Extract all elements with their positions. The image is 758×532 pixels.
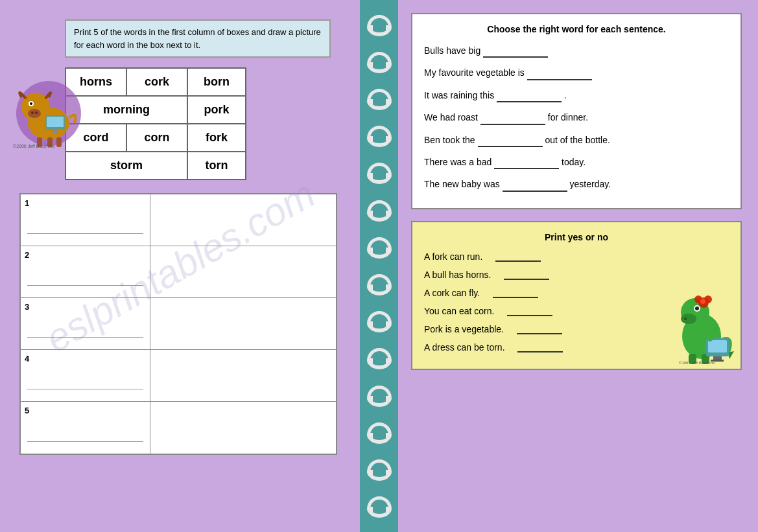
sentence-4: We had roast for dinner. xyxy=(424,109,729,124)
svg-rect-10 xyxy=(53,130,58,133)
writing-row-4: 4 xyxy=(21,350,336,402)
draw-cell-2 xyxy=(150,246,336,297)
row-number-2: 2 xyxy=(25,250,29,260)
writing-row-1: 1 xyxy=(21,194,336,246)
word-row-3: cord corn fork xyxy=(65,124,246,152)
instructions-text: Print 5 of the words in the first column… xyxy=(74,27,321,50)
instructions-box: Print 5 of the words in the first column… xyxy=(65,19,331,58)
right-page: Choose the right word for each sentence.… xyxy=(398,0,758,532)
word-cell-torn: torn xyxy=(187,152,246,179)
ring-11 xyxy=(367,386,392,406)
writing-line-3 xyxy=(27,337,143,338)
row-number-3: 3 xyxy=(25,302,29,312)
blank-4 xyxy=(480,109,545,124)
ring-14 xyxy=(367,496,392,517)
writing-line-1 xyxy=(27,233,143,234)
blank-7 xyxy=(503,176,567,191)
ring-1 xyxy=(367,15,392,36)
yesno-section: Print yes or no A fork can run. A bull h… xyxy=(411,221,742,370)
left-page: eslprintables.com xyxy=(0,0,360,532)
writing-line-2 xyxy=(27,285,143,286)
draw-cell-5 xyxy=(150,402,336,454)
ring-6 xyxy=(367,200,392,221)
yesno-title: Print yes or no xyxy=(424,232,729,242)
row-number-5: 5 xyxy=(25,406,29,415)
yesno-line-1: A fork can run. xyxy=(424,250,729,262)
choose-title: Choose the right word for each sentence. xyxy=(424,24,729,34)
dragon-illustration: ©1997 Jeff Bucchino xyxy=(659,281,737,365)
ring-13 xyxy=(367,459,392,480)
ring-12 xyxy=(367,422,392,443)
word-row-4: storm torn xyxy=(65,152,246,179)
yesno-blank-6 xyxy=(517,341,563,353)
draw-cell-4 xyxy=(150,350,336,401)
word-row-1: horns cork born xyxy=(65,68,246,96)
word-cell-storm: storm xyxy=(65,152,187,179)
sentence-1: Bulls have big xyxy=(424,42,729,58)
word-cell-morning: morning xyxy=(65,96,187,124)
word-cell-pork: pork xyxy=(187,96,246,124)
blank-3 xyxy=(497,87,562,102)
svg-point-24 xyxy=(700,299,705,304)
word-cell-cork: cork xyxy=(126,68,187,96)
blank-6 xyxy=(494,154,559,169)
blank-5 xyxy=(478,132,543,147)
svg-text:©2000 Jeff Bucchino: ©2000 Jeff Bucchino xyxy=(13,144,55,148)
writing-row-3: 3 xyxy=(21,298,336,350)
writing-section: 1 2 3 4 xyxy=(19,193,337,455)
word-row-2: morning pork xyxy=(65,96,246,124)
yesno-blank-1 xyxy=(495,250,541,262)
svg-point-6 xyxy=(31,111,34,114)
ring-7 xyxy=(367,237,392,258)
ring-4 xyxy=(367,126,392,146)
writing-line-5 xyxy=(27,441,143,442)
blank-2 xyxy=(527,64,592,80)
bull-illustration: ©2000 Jeff Bucchino xyxy=(10,65,81,149)
svg-point-7 xyxy=(35,111,38,114)
sentence-5: Ben took the out of the bottle. xyxy=(424,132,729,147)
sentence-7: The new baby was yesterday. xyxy=(424,176,729,191)
svg-point-17 xyxy=(681,314,696,324)
ring-8 xyxy=(367,274,392,295)
row-number-4: 4 xyxy=(25,354,29,364)
spine xyxy=(360,0,398,532)
row-number-1: 1 xyxy=(25,198,29,208)
writing-row-5: 5 xyxy=(21,402,336,454)
notebook-container: eslprintables.com xyxy=(0,0,758,532)
writing-row-2: 2 xyxy=(21,246,336,298)
yesno-line-2: A bull has horns. xyxy=(424,268,729,280)
yesno-blank-4 xyxy=(507,305,552,316)
ring-5 xyxy=(367,163,392,183)
svg-rect-13 xyxy=(56,137,62,147)
yesno-blank-2 xyxy=(504,268,549,280)
svg-point-19 xyxy=(695,306,699,310)
word-cell-born: born xyxy=(187,68,246,96)
blank-1 xyxy=(483,42,548,58)
svg-point-4 xyxy=(30,102,32,105)
ring-9 xyxy=(367,311,392,332)
svg-rect-9 xyxy=(47,117,64,127)
ring-10 xyxy=(367,348,392,369)
draw-cell-3 xyxy=(150,298,336,349)
sentence-6: There was a bad today. xyxy=(424,154,729,169)
choose-section: Choose the right word for each sentence.… xyxy=(411,13,742,209)
word-grid: horns cork born morning pork cord corn f… xyxy=(65,67,246,180)
svg-point-20 xyxy=(684,318,687,320)
sentence-3: It was raining this . xyxy=(424,87,729,102)
svg-rect-29 xyxy=(708,340,727,353)
writing-line-4 xyxy=(27,389,143,389)
word-cell-corn: corn xyxy=(126,124,187,152)
yesno-blank-5 xyxy=(517,323,562,334)
draw-cell-1 xyxy=(150,194,336,246)
ring-2 xyxy=(367,52,392,73)
svg-point-5 xyxy=(28,109,41,118)
ring-3 xyxy=(367,89,392,110)
svg-rect-30 xyxy=(713,356,722,360)
word-cell-fork: fork xyxy=(187,124,246,152)
svg-text:©1997 Jeff Bucchino: ©1997 Jeff Bucchino xyxy=(679,361,715,365)
sentence-2: My favourite vegetable is xyxy=(424,64,729,80)
yesno-blank-3 xyxy=(493,286,538,298)
